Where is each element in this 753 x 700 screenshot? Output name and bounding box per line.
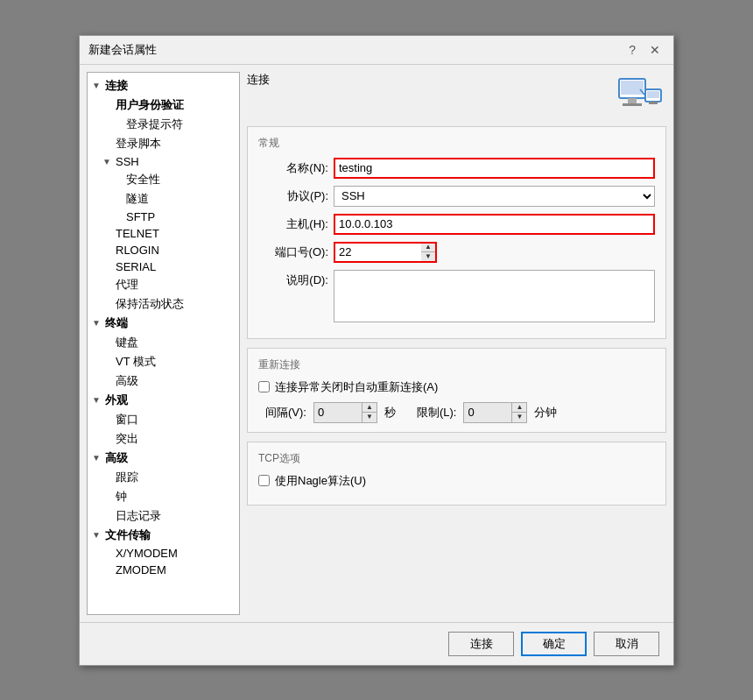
- tree-item-security[interactable]: 安全性: [88, 170, 239, 189]
- nagle-checkbox[interactable]: [258, 475, 270, 486]
- host-input[interactable]: [334, 214, 655, 235]
- reconnect-checkbox-label: 连接异常关闭时自动重新连接(A): [275, 379, 438, 395]
- tree-label-appearance: 外观: [105, 392, 128, 408]
- desc-input[interactable]: [334, 270, 655, 322]
- interval-unit: 秒: [384, 405, 396, 421]
- port-input[interactable]: [334, 242, 421, 263]
- close-button[interactable]: ✕: [645, 41, 665, 59]
- limit-spinner: ▲ ▼: [463, 402, 527, 423]
- tree-item-tunnel[interactable]: 隧道: [88, 189, 239, 209]
- tree-item-zmodem[interactable]: ZMODEM: [88, 562, 239, 578]
- expand-icon-appearance: ▼: [91, 395, 102, 405]
- port-label: 端口号(O):: [258, 244, 328, 260]
- tree-label-bell: 钟: [116, 489, 127, 505]
- content-section-title: 连接: [247, 72, 270, 88]
- limit-up-btn[interactable]: ▲: [512, 403, 526, 414]
- tree-item-serial[interactable]: SERIAL: [88, 258, 239, 275]
- host-row: 主机(H):: [258, 214, 655, 235]
- tree-item-log[interactable]: 日志记录: [88, 506, 239, 526]
- reconnect-checkbox[interactable]: [258, 381, 270, 392]
- port-up-btn[interactable]: ▲: [421, 244, 435, 253]
- tree-item-bell[interactable]: 钟: [88, 487, 239, 506]
- tree-label-log: 日志记录: [116, 508, 161, 524]
- name-row: 名称(N):: [258, 158, 655, 179]
- tree-label-telnet: TELNET: [116, 227, 159, 240]
- tree-item-file-transfer[interactable]: ▼文件传输: [88, 526, 239, 545]
- tree-item-appearance[interactable]: ▼外观: [88, 391, 239, 410]
- tree-label-connection: 连接: [105, 78, 128, 94]
- tree-item-rlogin[interactable]: RLOGIN: [88, 242, 239, 258]
- tree-item-sftp[interactable]: SFTP: [88, 209, 239, 225]
- reconnect-section-title: 重新连接: [258, 357, 655, 372]
- tree-item-advanced[interactable]: ▼高级: [88, 449, 239, 468]
- expand-icon-ssh: ▼: [102, 157, 112, 166]
- tree-label-tunnel: 隧道: [126, 191, 149, 207]
- limit-input[interactable]: [463, 402, 511, 423]
- tree-label-proxy: 代理: [116, 277, 138, 293]
- interval-down-btn[interactable]: ▼: [362, 413, 376, 422]
- interval-label: 间隔(V):: [265, 405, 306, 421]
- tree-item-window[interactable]: 窗口: [88, 410, 239, 429]
- tree-item-keyboard[interactable]: 键盘: [88, 333, 239, 352]
- tree-item-connection[interactable]: ▼连接: [88, 76, 239, 95]
- tree-panel: ▼连接用户身份验证登录提示符登录脚本▼SSH安全性隧道SFTPTELNETRLO…: [87, 72, 240, 615]
- protocol-select[interactable]: SSH TELNET RLOGIN SERIAL: [334, 186, 655, 207]
- cancel-button[interactable]: 取消: [594, 632, 659, 656]
- name-input[interactable]: [334, 158, 655, 179]
- port-spinner-btns: ▲ ▼: [421, 242, 437, 263]
- tree-label-sftp: SFTP: [126, 210, 155, 223]
- svg-rect-5: [647, 91, 659, 98]
- content-panel: 连接 常规 名称(N):: [247, 72, 666, 615]
- expand-icon-terminal: ▼: [91, 318, 102, 328]
- tree-item-telnet[interactable]: TELNET: [88, 225, 239, 242]
- tree-item-tracking[interactable]: 跟踪: [88, 468, 239, 487]
- name-label: 名称(N):: [258, 160, 328, 176]
- port-down-btn[interactable]: ▼: [421, 252, 435, 261]
- desc-label: 说明(D):: [258, 272, 328, 288]
- interval-up-btn[interactable]: ▲: [362, 403, 376, 414]
- tree-item-highlight[interactable]: 突出: [88, 429, 239, 449]
- dialog-footer: 连接 确定 取消: [80, 622, 673, 665]
- ok-button[interactable]: 确定: [521, 632, 587, 656]
- limit-unit: 分钟: [534, 405, 557, 421]
- title-bar-controls: ? ✕: [624, 41, 665, 59]
- limit-down-btn[interactable]: ▼: [512, 413, 526, 422]
- desc-row: 说明(D):: [258, 270, 655, 322]
- title-bar: 新建会话属性 ? ✕: [80, 36, 673, 65]
- tree-label-zmodem: ZMODEM: [116, 563, 166, 576]
- svg-rect-6: [649, 102, 658, 104]
- tree-label-serial: SERIAL: [116, 260, 156, 273]
- tree-item-login-prompt[interactable]: 登录提示符: [88, 115, 239, 134]
- expand-icon-advanced: ▼: [91, 453, 102, 463]
- protocol-label: 协议(P):: [258, 188, 328, 204]
- network-icon: [617, 72, 663, 117]
- interval-spinner: ▲ ▼: [313, 402, 377, 423]
- expand-icon-file-transfer: ▼: [91, 530, 102, 540]
- host-label: 主机(H):: [258, 216, 328, 232]
- connect-button[interactable]: 连接: [448, 632, 514, 656]
- tree-label-keepalive: 保持活动状态: [116, 296, 184, 312]
- tree-item-user-auth[interactable]: 用户身份验证: [88, 95, 239, 115]
- tree-item-proxy[interactable]: 代理: [88, 275, 239, 294]
- tree-item-ssh[interactable]: ▼SSH: [88, 153, 239, 170]
- help-button[interactable]: ?: [624, 41, 640, 59]
- tree-label-xymodem: X/YMODEM: [116, 547, 178, 560]
- tree-item-terminal[interactable]: ▼终端: [88, 314, 239, 333]
- reconnect-params-row: 间隔(V): ▲ ▼ 秒 限制(L): ▲ ▼: [265, 402, 655, 423]
- tree-label-tracking: 跟踪: [116, 470, 138, 485]
- svg-rect-1: [621, 81, 644, 95]
- tree-label-keyboard: 键盘: [116, 335, 138, 350]
- tree-item-login-script[interactable]: 登录脚本: [88, 134, 239, 153]
- tree-label-login-prompt: 登录提示符: [126, 117, 183, 132]
- tree-item-advanced-terminal[interactable]: 高级: [88, 371, 239, 391]
- interval-input[interactable]: [313, 402, 362, 423]
- tcp-section-title: TCP选项: [258, 451, 655, 466]
- svg-rect-3: [623, 103, 642, 106]
- tree-item-vt-mode[interactable]: VT 模式: [88, 352, 239, 371]
- tree-label-ssh: SSH: [116, 155, 139, 168]
- dialog-body: ▼连接用户身份验证登录提示符登录脚本▼SSH安全性隧道SFTPTELNETRLO…: [80, 65, 673, 622]
- tree-label-window: 窗口: [116, 412, 138, 428]
- limit-spinner-btns: ▲ ▼: [511, 402, 527, 423]
- tree-item-keepalive[interactable]: 保持活动状态: [88, 294, 239, 314]
- tree-item-xymodem[interactable]: X/YMODEM: [88, 545, 239, 562]
